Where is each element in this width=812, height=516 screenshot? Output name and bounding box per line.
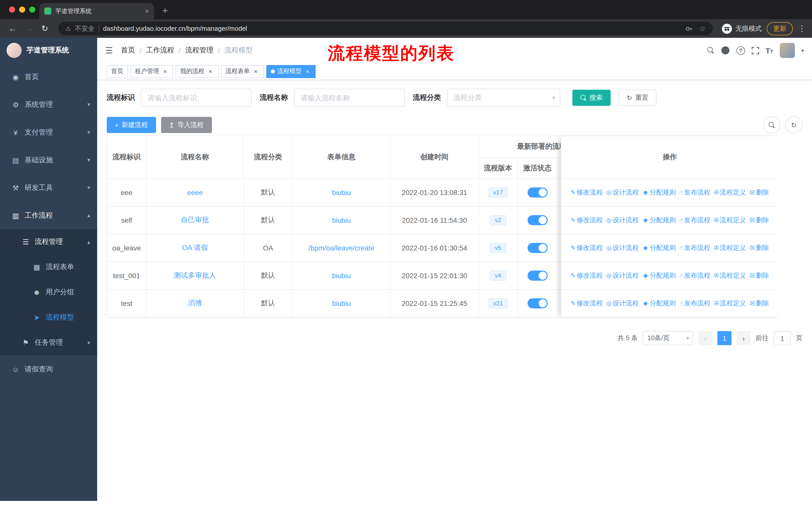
sidebar-item-process-form[interactable]: ▦流程表单 <box>0 254 97 280</box>
action-design-process[interactable]: ◎设计流程 <box>606 299 639 308</box>
process-name-link[interactable]: 滔博 <box>188 299 202 308</box>
tag-item[interactable]: 租户管理× <box>130 65 173 78</box>
process-key-input[interactable] <box>141 89 252 107</box>
reload-icon[interactable]: ↻ <box>38 24 51 33</box>
avatar[interactable] <box>780 43 795 58</box>
action-design-process[interactable]: ◎设计流程 <box>606 216 639 225</box>
tag-item[interactable]: 流程模型× <box>266 65 316 78</box>
action-delete-process[interactable]: ☒删除 <box>750 216 769 225</box>
font-size-icon[interactable]: TT <box>765 46 773 55</box>
tag-item[interactable]: 首页 <box>107 65 128 78</box>
active-toggle[interactable] <box>527 298 547 308</box>
version-tag[interactable]: v2 <box>490 215 506 225</box>
sidebar-item-task-management[interactable]: ⚑任务管理▾ <box>0 330 97 355</box>
action-delete-process[interactable]: ☒删除 <box>750 271 769 280</box>
action-design-process[interactable]: ◎设计流程 <box>606 188 639 197</box>
action-design-process[interactable]: ◎设计流程 <box>606 243 639 252</box>
browser-tab[interactable]: 芋道管理系统 × <box>39 3 154 19</box>
update-button[interactable]: 更新 <box>767 22 793 35</box>
action-process-definition[interactable]: ✇流程定义 <box>714 216 746 225</box>
form-info-link[interactable]: biubiu <box>332 299 351 307</box>
tag-item[interactable]: 流程表单× <box>221 65 264 78</box>
form-info-link[interactable]: biubiu <box>332 272 351 280</box>
action-edit-process[interactable]: ✎修改流程 <box>571 299 603 308</box>
process-name-link[interactable]: 自己审批 <box>181 216 209 225</box>
action-publish-process[interactable]: ☝发布流程 <box>679 299 710 308</box>
sidebar-item-infrastructure[interactable]: ▤基础设施▾ <box>0 146 97 174</box>
fullscreen-icon[interactable] <box>751 47 759 54</box>
sidebar-item-dev-tools[interactable]: ⚒研发工具▾ <box>0 174 97 201</box>
reset-button[interactable]: ↻ 重置 <box>619 90 657 106</box>
goto-page-input[interactable] <box>774 331 791 345</box>
prev-page-button[interactable]: ‹ <box>698 331 712 345</box>
sidebar-item-process-management[interactable]: ☰流程管理▴ <box>0 229 97 254</box>
form-info-link[interactable]: biubiu <box>332 188 351 196</box>
active-toggle[interactable] <box>527 215 547 225</box>
action-process-definition[interactable]: ✇流程定义 <box>714 243 746 252</box>
minimize-window-button[interactable] <box>19 6 25 12</box>
page-1-button[interactable]: 1 <box>717 331 731 345</box>
active-toggle[interactable] <box>527 187 547 197</box>
back-icon[interactable]: ← <box>6 24 19 33</box>
active-toggle[interactable] <box>527 243 547 253</box>
close-icon[interactable]: × <box>162 68 169 75</box>
tag-item[interactable]: 我的流程× <box>176 65 219 78</box>
action-assign-rule[interactable]: ☻分配规则 <box>642 188 676 197</box>
zoom-window-button[interactable] <box>29 6 35 12</box>
close-icon[interactable]: × <box>252 68 259 75</box>
action-assign-rule[interactable]: ☻分配规则 <box>642 299 676 308</box>
form-info-link[interactable]: /bpm/oa/leave/create <box>309 244 375 252</box>
menu-fold-icon[interactable]: ☰ <box>105 45 113 56</box>
github-icon[interactable] <box>721 46 730 55</box>
sidebar-item-workflow[interactable]: ▥工作流程▴ <box>0 201 97 229</box>
breadcrumb-process-management[interactable]: 流程管理 <box>185 46 213 55</box>
browser-menu-icon[interactable]: ⋮ <box>798 24 806 33</box>
sidebar-logo[interactable]: 芋道管理系统 <box>0 38 97 63</box>
bookmark-star-icon[interactable]: ☆ <box>699 24 706 33</box>
breadcrumb-workflow[interactable]: 工作流程 <box>146 46 174 55</box>
page-size-select[interactable]: 10条/页 ▾ <box>643 331 693 345</box>
action-process-definition[interactable]: ✇流程定义 <box>714 188 746 197</box>
process-name-link[interactable]: 测试多审批人 <box>174 271 216 280</box>
version-tag[interactable]: v4 <box>490 271 506 281</box>
new-tab-button[interactable]: + <box>162 5 168 17</box>
refresh-table-button[interactable]: ↻ <box>785 116 803 134</box>
import-process-button[interactable]: ↥ 导入流程 <box>161 117 212 133</box>
action-edit-process[interactable]: ✎修改流程 <box>571 271 603 280</box>
process-name-input[interactable] <box>294 89 405 107</box>
process-name-link[interactable]: eeee <box>187 188 203 196</box>
action-assign-rule[interactable]: ☻分配规则 <box>642 243 676 252</box>
action-assign-rule[interactable]: ☻分配规则 <box>642 216 676 225</box>
action-delete-process[interactable]: ☒删除 <box>750 243 769 252</box>
action-publish-process[interactable]: ☝发布流程 <box>679 243 710 252</box>
action-edit-process[interactable]: ✎修改流程 <box>571 216 603 225</box>
toggle-search-button[interactable] <box>763 116 780 134</box>
sidebar-item-home[interactable]: ◉首页 <box>0 63 97 91</box>
search-button[interactable]: 搜索 <box>572 90 611 106</box>
action-process-definition[interactable]: ✇流程定义 <box>714 271 746 280</box>
form-info-link[interactable]: biubiu <box>332 216 351 224</box>
close-window-button[interactable] <box>9 6 15 12</box>
version-tag[interactable]: v21 <box>488 298 508 308</box>
create-process-button[interactable]: + 新建流程 <box>107 117 156 133</box>
help-icon[interactable]: ? <box>736 46 745 55</box>
sidebar-item-process-model[interactable]: ➤流程模型 <box>0 305 97 330</box>
action-edit-process[interactable]: ✎修改流程 <box>571 243 603 252</box>
action-publish-process[interactable]: ☝发布流程 <box>679 188 710 197</box>
version-tag[interactable]: v5 <box>490 243 506 253</box>
forward-icon[interactable]: → <box>22 24 35 33</box>
address-bar[interactable]: ⚠ 不安全 dashboard.yudao.iocoder.cn/bpm/man… <box>58 22 713 35</box>
active-toggle[interactable] <box>527 271 547 281</box>
sidebar-item-payment-management[interactable]: ¥支付管理▾ <box>0 118 97 146</box>
key-icon[interactable] <box>685 24 693 32</box>
action-edit-process[interactable]: ✎修改流程 <box>571 188 603 197</box>
caret-down-icon[interactable]: ▾ <box>802 48 804 53</box>
close-icon[interactable]: × <box>207 68 214 75</box>
action-design-process[interactable]: ◎设计流程 <box>606 271 639 280</box>
search-icon[interactable] <box>707 47 714 54</box>
category-select[interactable]: 流程分类 ▾ <box>447 89 560 107</box>
action-process-definition[interactable]: ✇流程定义 <box>714 299 746 308</box>
next-page-button[interactable]: › <box>736 331 751 345</box>
sidebar-item-leave-query[interactable]: ☺请假查询 <box>0 355 97 383</box>
breadcrumb-home[interactable]: 首页 <box>121 46 135 55</box>
